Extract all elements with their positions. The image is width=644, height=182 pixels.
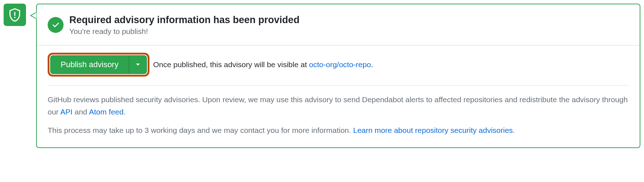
repo-link[interactable]: octo-org/octo-repo [309, 60, 371, 69]
publish-advisory-button[interactable]: Publish advisory [50, 55, 129, 74]
info-text: GitHub reviews published security adviso… [48, 95, 628, 116]
visibility-text: Once published, this advisory will be vi… [153, 60, 373, 69]
publish-button-group-highlight: Publish advisory [48, 53, 149, 77]
info-paragraph-2: This process may take up to 3 working da… [48, 124, 629, 136]
info-text: This process may take up to 3 working da… [48, 126, 353, 134]
card-header: Required advisory information has been p… [37, 4, 640, 46]
info-text: and [73, 108, 89, 116]
atom-feed-link[interactable]: Atom feed [89, 108, 123, 116]
visibility-prefix: Once published, this advisory will be vi… [153, 60, 309, 69]
visibility-suffix: . [371, 60, 373, 69]
svg-point-1 [14, 17, 16, 18]
speech-bubble-pointer [30, 12, 36, 19]
header-subtitle: You're ready to publish! [69, 27, 300, 36]
info-text: . [123, 108, 126, 116]
caret-down-icon [136, 63, 140, 66]
check-circle-icon [48, 17, 64, 33]
info-paragraph-1: GitHub reviews published security adviso… [48, 94, 629, 118]
advisory-card: Required advisory information has been p… [36, 4, 640, 148]
publish-dropdown-button[interactable] [129, 55, 147, 74]
shield-alert-icon [8, 8, 22, 22]
api-link[interactable]: API [60, 108, 73, 116]
learn-more-link[interactable]: Learn more about repository security adv… [353, 126, 515, 134]
header-title: Required advisory information has been p… [69, 14, 300, 26]
security-shield-badge [4, 4, 26, 26]
